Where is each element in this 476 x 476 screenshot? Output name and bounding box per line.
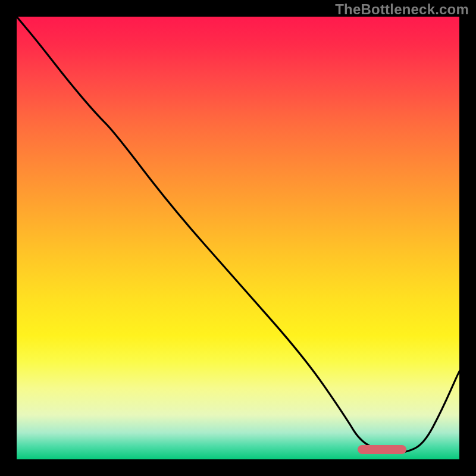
bottleneck-curve: [17, 17, 459, 459]
optimal-region-marker: [358, 445, 406, 454]
plot-area: [17, 17, 459, 459]
chart-frame: TheBottleneck.com: [0, 0, 476, 476]
curve-path: [17, 17, 459, 453]
watermark-text: TheBottleneck.com: [335, 1, 469, 18]
